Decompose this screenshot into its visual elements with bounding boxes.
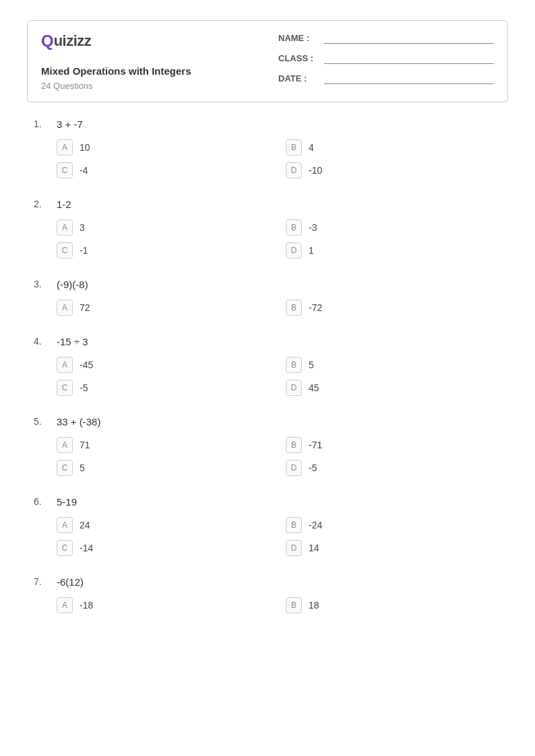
question-header: 5.33 + (-38) [34, 416, 501, 427]
option[interactable]: B4 [286, 139, 501, 156]
question-number: 6. [34, 496, 50, 507]
option-value: 5 [309, 359, 314, 370]
option-letter: B [286, 219, 302, 236]
option[interactable]: D-10 [286, 162, 501, 178]
options-grid: A10B4C-4D-10 [57, 139, 501, 178]
option-letter: B [286, 300, 302, 316]
question-header: 7.-6(12) [34, 576, 501, 588]
class-input[interactable] [324, 52, 494, 64]
name-label: NAME : [278, 33, 319, 43]
option-value: -71 [309, 440, 322, 450]
options-grid: A-45B5C-5D45 [57, 357, 501, 396]
date-input[interactable] [324, 72, 494, 84]
option-value: 72 [80, 302, 90, 313]
option[interactable]: B-71 [286, 437, 501, 453]
option-letter: B [286, 139, 302, 156]
option-value: 1 [309, 245, 314, 256]
option-value: 71 [80, 440, 90, 450]
option-letter: A [57, 357, 73, 373]
option[interactable]: D1 [286, 242, 501, 259]
option-letter: A [57, 597, 73, 613]
option[interactable]: A-45 [57, 357, 272, 373]
option[interactable]: C-4 [57, 162, 272, 178]
question-block: 4.-15 ÷ 3A-45B5C-5D45 [34, 336, 501, 396]
question-block: 6.5-19A24B-24C-14D14 [34, 496, 501, 556]
question-number: 5. [34, 416, 50, 427]
option[interactable]: B-24 [286, 517, 501, 533]
question-text: 1-2 [57, 199, 71, 210]
option[interactable]: A-18 [57, 597, 272, 613]
question-block: 5.33 + (-38)A71B-71C5D-5 [34, 416, 501, 476]
option[interactable]: B5 [286, 357, 501, 373]
header-box: Q uizizz Mixed Operations with Integers … [27, 20, 508, 102]
option-letter: D [286, 380, 302, 396]
option-value: 4 [309, 142, 314, 153]
option-letter: D [286, 540, 302, 556]
option[interactable]: D14 [286, 540, 501, 556]
option-letter: B [286, 357, 302, 373]
question-block: 3.(-9)(-8)A72B-72 [34, 279, 501, 316]
option-letter: B [286, 437, 302, 453]
option[interactable]: C5 [57, 460, 272, 476]
option[interactable]: A24 [57, 517, 272, 533]
question-text: (-9)(-8) [57, 279, 88, 290]
option-letter: A [57, 517, 73, 533]
option-letter: A [57, 219, 73, 236]
option-letter: D [286, 242, 302, 259]
option[interactable]: B18 [286, 597, 501, 613]
option[interactable]: A71 [57, 437, 272, 453]
question-block: 7.-6(12)A-18B18 [34, 576, 501, 613]
option[interactable]: C-5 [57, 380, 272, 396]
option[interactable]: C-1 [57, 242, 272, 259]
option[interactable]: D45 [286, 380, 501, 396]
options-grid: A71B-71C5D-5 [57, 437, 501, 476]
option-letter: B [286, 597, 302, 613]
logo: Q uizizz [41, 32, 191, 50]
question-text: -6(12) [57, 576, 84, 588]
option-value: -4 [80, 165, 88, 176]
option-value: -1 [80, 245, 88, 256]
name-input[interactable] [324, 32, 494, 44]
date-label: DATE : [278, 73, 319, 83]
option-value: 3 [80, 222, 85, 233]
option[interactable]: A3 [57, 219, 272, 236]
option-letter: C [57, 380, 73, 396]
option-letter: D [286, 162, 302, 178]
option[interactable]: A10 [57, 139, 272, 156]
class-field-row: CLASS : [278, 52, 494, 64]
option-letter: A [57, 437, 73, 453]
option[interactable]: B-3 [286, 219, 501, 236]
option-value: -3 [309, 222, 317, 233]
class-label: CLASS : [278, 53, 319, 63]
option[interactable]: D-5 [286, 460, 501, 476]
option[interactable]: B-72 [286, 300, 501, 316]
logo-q: Q [41, 32, 54, 50]
option[interactable]: C-14 [57, 540, 272, 556]
option-letter: C [57, 162, 73, 178]
question-header: 3.(-9)(-8) [34, 279, 501, 290]
header-right: NAME : CLASS : DATE : [278, 32, 494, 84]
question-header: 6.5-19 [34, 496, 501, 508]
options-grid: A3B-3C-1D1 [57, 219, 501, 259]
question-number: 2. [34, 199, 50, 209]
option-value: -24 [309, 520, 322, 530]
quiz-subtitle: 24 Questions [41, 81, 191, 91]
option-value: -5 [309, 462, 317, 473]
option-value: 10 [80, 142, 90, 153]
quiz-title: Mixed Operations with Integers [41, 65, 191, 77]
question-text: 3 + -7 [57, 118, 83, 130]
option-letter: A [57, 139, 73, 156]
option[interactable]: A72 [57, 300, 272, 316]
logo-text: uizizz [54, 32, 92, 50]
options-grid: A72B-72 [57, 300, 501, 316]
question-header: 2.1-2 [34, 199, 501, 210]
question-text: 33 + (-38) [57, 416, 100, 427]
option-letter: C [57, 460, 73, 476]
option-letter: C [57, 242, 73, 259]
question-number: 1. [34, 118, 50, 129]
header-left: Q uizizz Mixed Operations with Integers … [41, 32, 191, 91]
option-value: -45 [80, 359, 93, 370]
option-value: 18 [309, 600, 319, 611]
question-text: 5-19 [57, 496, 77, 508]
option-value: 5 [80, 462, 85, 473]
